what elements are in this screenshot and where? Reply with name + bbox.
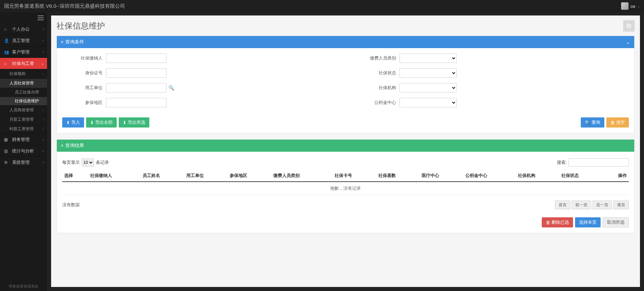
label-payer: 社保缴纳人 (62, 55, 106, 61)
col-payer: 社保缴纳人 (88, 170, 141, 182)
export-all-button[interactable]: ⬇ 导出全部 (86, 117, 117, 128)
gear-icon: ⚙ (626, 22, 632, 30)
page-wrap: 社保信息维护 ⚙ ≡ 查询条件 ⌄ 社保缴纳人 (47, 12, 644, 291)
chevron-left-icon: ‹ (43, 160, 44, 164)
sidebar-item-label: 员工社保办理 (15, 89, 39, 95)
col-medical: 医疗中心 (420, 170, 463, 182)
panel-title: 查询条件 (65, 39, 84, 45)
sidebar-item-label: 财务管理 (12, 137, 30, 143)
col-org: 社保机构 (516, 170, 560, 182)
topbar: 国元劳务派遣系统 V6.0--深圳市国元鼎盛科技有限公司 oa ⌄ (0, 0, 644, 12)
query-button[interactable]: 🔍 查询 (581, 117, 604, 128)
input-payer[interactable] (106, 53, 166, 63)
chevron-left-icon: ‹ (43, 118, 44, 121)
col-employer: 用工单位 (184, 170, 228, 182)
import-button[interactable]: ⬆ 导入 (62, 117, 84, 128)
chevron-left-icon: ‹ (43, 81, 44, 85)
sidebar-sub-hourly[interactable]: 时薪工资管理 ‹ (0, 124, 47, 134)
users-icon: 👥 (4, 50, 9, 54)
delete-selected-button[interactable]: 🗑 删除已选 (542, 217, 573, 227)
gear-icon: ⚙ (4, 160, 9, 165)
results-panel: ≡ 查询结果 每页显示 10 条记录 搜索: (56, 139, 635, 233)
sidebar-toggle[interactable] (0, 12, 47, 24)
clear-button[interactable]: 🗑 清空 (606, 117, 629, 128)
sidebar-sub2-info-maintain[interactable]: 社保信息维护 (0, 97, 47, 106)
sidebar-item-employee[interactable]: 👤 员工管理 ‹ (0, 35, 47, 46)
label-ss-status: 社保状态 (356, 70, 400, 76)
export-selected-button[interactable]: ⬇ 导出所选 (119, 117, 149, 128)
sidebar-item-customer[interactable]: 👥 客户管理 ‹ (0, 46, 47, 58)
user-icon: 👤 (4, 38, 9, 43)
label-region: 参保地区 (62, 100, 106, 106)
pager-next[interactable]: 后一页 (593, 201, 612, 209)
search-label: 搜索: (557, 159, 567, 166)
dashboard-icon: ▦ (4, 137, 9, 142)
pager-first[interactable]: 首页 (555, 201, 570, 209)
input-employer[interactable] (106, 83, 166, 93)
lookup-employer-button[interactable]: 🔍 (168, 85, 174, 90)
query-panel: ≡ 查询条件 ⌄ 社保缴纳人 身份证号 (56, 36, 635, 133)
sidebar-item-personal[interactable]: ⌂ 个人办公 ‹ (0, 24, 47, 35)
col-select: 选择 (62, 170, 88, 182)
col-base: 社保基数 (376, 170, 420, 182)
results-table: 选择 社保缴纳人 员工姓名 用工单位 参保地区 缴费人员类别 社保卡号 社保基数… (62, 170, 629, 195)
list-icon: ≡ (61, 143, 63, 148)
chevron-down-icon: ⌄ (637, 4, 640, 8)
sidebar-item-stats[interactable]: ▥ 统计与分析 ‹ (0, 145, 47, 157)
label-payer-type: 缴费人员类别 (356, 55, 400, 61)
col-region: 参保地区 (228, 170, 271, 182)
chevron-left-icon: ‹ (43, 127, 44, 131)
table-search-input[interactable] (568, 158, 629, 167)
input-region[interactable] (106, 98, 166, 107)
select-payer-type[interactable] (400, 53, 457, 63)
sidebar-item-label: 月薪工资管理 (9, 117, 34, 122)
sidebar-sub-rules[interactable]: 社保规则 ‹ (0, 69, 47, 79)
download-icon: ⬇ (90, 120, 94, 125)
deselect-all-button[interactable]: 取消所选 (603, 217, 629, 227)
page: 社保信息维护 ⚙ ≡ 查询条件 ⌄ 社保缴纳人 (51, 15, 640, 287)
sidebar-sub-commercial[interactable]: 人员商保管理 ‹ (0, 106, 47, 115)
per-page-prefix: 每页显示 (62, 159, 80, 166)
menu-icon (38, 15, 44, 20)
search-icon: 🔍 (585, 120, 590, 125)
per-page-select[interactable]: 10 (82, 158, 94, 167)
sidebar-item-finance[interactable]: ▦ 财务管理 ‹ (0, 134, 47, 145)
chevron-left-icon: ‹ (43, 27, 44, 31)
input-idno[interactable] (106, 68, 166, 78)
search-icon: 🔍 (168, 85, 174, 90)
label-idno: 身份证号 (62, 70, 106, 76)
chart-icon: ▥ (4, 149, 9, 153)
sidebar-item-system[interactable]: ⚙ 系统管理 ‹ (0, 157, 47, 168)
sidebar-item-label: 人员商保管理 (9, 107, 34, 113)
select-ss-org[interactable] (400, 83, 457, 93)
chevron-left-icon: ‹ (43, 149, 44, 153)
col-cardno: 社保卡号 (333, 170, 376, 182)
chevron-left-icon: ‹ (43, 50, 44, 54)
col-empname: 员工姓名 (141, 170, 184, 182)
collapse-button[interactable]: ⌄ (626, 39, 630, 45)
select-page-button[interactable]: 选择本页 (575, 217, 601, 227)
pager-last[interactable]: 尾页 (613, 201, 629, 209)
col-status: 社保状态 (559, 170, 603, 182)
select-ss-status[interactable] (400, 68, 457, 78)
sidebar-sub-monthly[interactable]: 月薪工资管理 ‹ (0, 115, 47, 124)
sidebar: ⌂ 个人办公 ‹ 👤 员工管理 ‹ 👥 客户管理 ‹ ⌂ 社保与工资 ⌄ 社保规… (0, 12, 47, 291)
sidebar-sub-person-ins[interactable]: 人员社保管理 ‹ (0, 79, 47, 88)
trash-icon: 🗑 (610, 120, 615, 125)
trash-icon: 🗑 (546, 220, 550, 225)
select-fund-center[interactable] (400, 98, 457, 107)
sidebar-item-label: 客户管理 (12, 49, 30, 55)
chevron-left-icon: ‹ (43, 72, 44, 76)
sidebar-item-label: 时薪工资管理 (9, 126, 34, 132)
label-fund-center: 公积金中心 (356, 100, 400, 106)
sidebar-sub2-emp-handle[interactable]: 员工社保办理 (0, 88, 47, 97)
pager-prev[interactable]: 前一页 (572, 201, 591, 209)
sidebar-item-label: 系统管理 (12, 159, 30, 166)
no-data-text: 没有数据 (62, 197, 554, 213)
col-action: 操作 (603, 170, 629, 182)
sidebar-item-insurance[interactable]: ⌂ 社保与工资 ⌄ (0, 58, 47, 69)
page-settings-button[interactable]: ⚙ (623, 20, 635, 32)
user-menu[interactable]: oa ⌄ (621, 2, 640, 10)
upload-icon: ⬆ (66, 120, 70, 125)
sidebar-footer: 劳务派遣管理系统 (0, 284, 47, 289)
